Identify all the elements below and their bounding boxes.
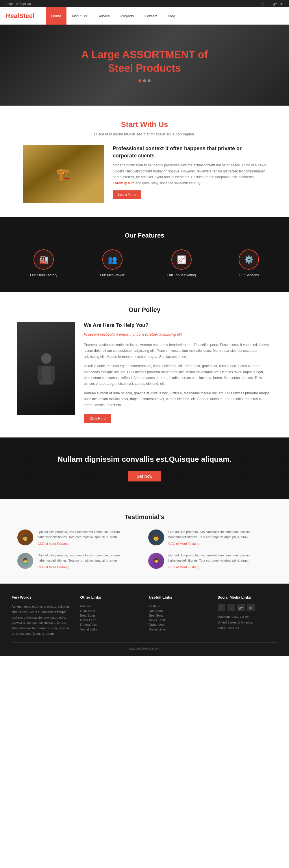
nav-about[interactable]: About Us [67, 7, 92, 25]
nav-projects[interactable]: Projects [115, 7, 139, 25]
footer-useful-links-list: Fashion Real Steel Best Song News Feed D… [149, 604, 209, 631]
testimonial-text-4: Quo ad clita prompta, has causdolorem co… [169, 553, 272, 569]
hero-line2: of [195, 49, 208, 60]
facebook-icon[interactable]:  [261, 1, 265, 6]
cta-banner: Nullam dignissim convallis est.Quisque a… [0, 437, 289, 499]
features-section: Our Features 🏭 Our Steel Factory 👥 Our M… [0, 217, 289, 292]
hero-dot-2[interactable] [143, 79, 146, 82]
useful-link-bestsong[interactable]: Best Song [149, 613, 209, 618]
other-link-bestsong[interactable]: Best Song [80, 613, 140, 618]
footer-few-words-title: Few Words [11, 595, 72, 599]
logo[interactable]: RealSteel [6, 12, 34, 20]
hero-line3: Steel Products [108, 62, 181, 74]
learn-more-button[interactable]: Learn More [113, 190, 141, 199]
footer-social-title: Social Media Links [218, 595, 278, 599]
top-marketing-icon: 📈 [171, 249, 192, 270]
feature-steel-factory[interactable]: 🏭 Our Steel Factory [30, 249, 57, 277]
other-link-realsteel[interactable]: Real Steel [80, 609, 140, 613]
footer-google-icon[interactable]: g+ [237, 604, 245, 611]
testimonial-avatar-3: 👨‍🦱 [17, 553, 33, 569]
start-image-inner: 🏗️ [23, 145, 104, 203]
start-content: 🏗️ Professional context it often happens… [23, 145, 266, 203]
other-link-drama[interactable]: Drama Acts [80, 622, 140, 627]
footer-useful-links: Usefull Links Fashion Real Steel Best So… [149, 595, 209, 636]
policy-content: We Are Here To Help You? Praesent vestib… [17, 322, 272, 423]
top-bar-social:  t g+ in [259, 1, 283, 6]
start-heading: Start With Us [23, 120, 266, 129]
start-section: Start With Us Fusce felis ipsum feugiat … [0, 105, 289, 217]
steel-factory-label: Our Steel Factory [30, 273, 57, 277]
nav-blog[interactable]: Blog [162, 7, 180, 25]
get-now-button[interactable]: Get Now [128, 471, 161, 482]
testimonials-section: Testimonial's 👩 Quo ad clita prompta, ha… [0, 499, 289, 584]
testimonial-role-4: CEO of Mord Fustang [169, 565, 200, 569]
policy-image-inner [17, 322, 75, 415]
hero-dot-3[interactable] [148, 79, 151, 82]
nav-service[interactable]: Service [92, 7, 115, 25]
footer-social-icons: f t g+ in [218, 604, 278, 611]
men-power-label: Our Men Power [100, 273, 124, 277]
top-bar-auth[interactable]: Login or Sign Up [6, 2, 32, 5]
steel-factory-icon: 🏭 [34, 249, 54, 270]
testimonial-1: 👩 Quo ad clita prompta, has causdolorem … [17, 529, 141, 546]
hero-dot-1[interactable] [138, 79, 141, 82]
start-subtext: Fusce felis ipsum feugiat sed blandit sc… [23, 132, 266, 136]
useful-link-social[interactable]: Social Links [149, 627, 209, 631]
useful-link-realsteel[interactable]: Real Steel [149, 609, 209, 613]
men-power-icon: 👥 [102, 249, 122, 270]
testimonial-text-2: Quo ad clita prompta, has causdolorem co… [169, 529, 272, 546]
footer-copyright: www.templatetuster.com [129, 647, 160, 650]
nav-contact[interactable]: Contact [139, 7, 163, 25]
cta-heading: Nullam dignissim convallis est.Quisque a… [11, 455, 278, 464]
other-link-fashion[interactable]: Fashion [80, 604, 140, 609]
testimonial-role-2: CEO of Mord Fustang [169, 542, 200, 546]
footer-few-words-text: Aenean aucto et urna.nc odio, gravida at… [11, 604, 72, 636]
navbar: RealSteel Home About Us Service Projects… [0, 7, 289, 25]
testimonial-avatar-4: 👩‍🦱 [148, 553, 164, 569]
logo-real: Real [6, 12, 19, 20]
start-image: 🏗️ [23, 145, 104, 203]
testimonial-role-3: CEO of Mord Fustang [38, 565, 69, 569]
useful-link-fashion[interactable]: Fashion [149, 604, 209, 609]
footer-other-links-title: Other Links [80, 595, 140, 599]
start-text-1: corder a publication to be madrid presen… [113, 163, 266, 179]
feature-top-marketing[interactable]: 📈 Our Top Marketing [167, 249, 196, 277]
useful-link-drama[interactable]: Drama Acts [149, 622, 209, 627]
policy-para-1: Praesent vestibulum molestie lacus. Aene… [84, 342, 272, 360]
footer-social: Social Media Links f t g+ in Mountain Vi… [218, 595, 278, 636]
footer-grid: Few Words Aenean aucto et urna.nc odio, … [11, 595, 278, 636]
footer-linkedin-icon[interactable]: in [247, 604, 255, 611]
testimonial-text-3: Quo ad clita prompta, has causdolorem co… [38, 553, 141, 569]
footer-useful-links-title: Usefull Links [149, 595, 209, 599]
svg-rect-3 [50, 366, 55, 382]
nav-home[interactable]: Home [46, 7, 67, 25]
footer-facebook-icon[interactable]: f [218, 604, 225, 611]
hero-heading: A Large ASSORTMENT of Steel Products [81, 48, 208, 75]
start-text-2: and quite likely since the sixteenth cen… [134, 181, 201, 185]
twitter-icon[interactable]: t [268, 1, 269, 6]
click-here-button[interactable]: Click Here [84, 414, 111, 423]
features-heading: Our Features [11, 232, 278, 239]
person-silhouette [35, 351, 58, 386]
footer-twitter-icon[interactable]: t [227, 604, 235, 611]
policy-subheading: We Are Here To Help You? [84, 322, 272, 329]
useful-link-newsfeed[interactable]: News Feed [149, 618, 209, 622]
top-marketing-label: Our Top Marketing [167, 273, 196, 277]
signup-link[interactable]: Sign Up [20, 2, 31, 5]
google-icon[interactable]: g+ [273, 1, 277, 6]
feature-services[interactable]: ⚙️ Our Services [239, 249, 259, 277]
linkedin-icon[interactable]: in [280, 1, 283, 6]
login-link[interactable]: Login [6, 2, 13, 5]
feature-men-power[interactable]: 👥 Our Men Power [100, 249, 124, 277]
footer-few-words: Few Words Aenean aucto et urna.nc odio, … [11, 595, 72, 636]
other-link-newsfeed[interactable]: News Feed [80, 618, 140, 622]
testimonial-4: 👩‍🦱 Quo ad clita prompta, has causdolore… [148, 553, 272, 569]
start-text: Professional context it often happens th… [113, 145, 266, 199]
footer: Few Words Aenean aucto et urna.nc odio, … [0, 584, 289, 656]
logo-steel: Steel [19, 12, 34, 20]
footer-other-links-list: Fashion Real Steel Best Song News Feed D… [80, 604, 140, 631]
testimonials-grid: 👩 Quo ad clita prompta, has causdolorem … [17, 529, 272, 569]
hero-section: A Large ASSORTMENT of Steel Products [0, 25, 289, 105]
other-link-social[interactable]: Social Links [80, 627, 140, 631]
testimonial-quote-2: Quo ad clita prompta, has causdolorem co… [169, 529, 272, 539]
